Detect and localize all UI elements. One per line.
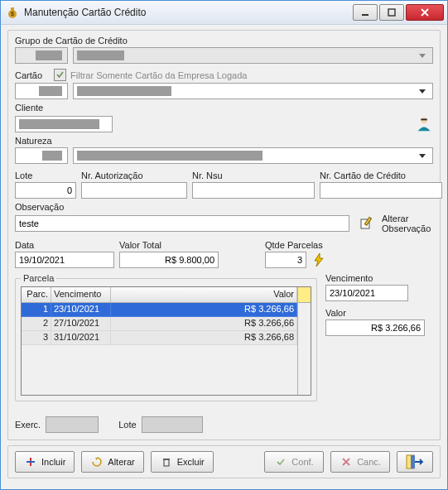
parcela-grid[interactable]: Parc. Vencimento Valor 1 23/10/2021 R$ 3… (21, 286, 311, 396)
qtde-field[interactable] (265, 252, 306, 268)
close-button[interactable] (406, 4, 444, 21)
incluir-button[interactable]: Incluir (15, 451, 75, 473)
grid-header-venc[interactable]: Vencimento (51, 287, 111, 302)
sel-valor-field[interactable] (325, 319, 425, 336)
parcela-legend: Parcela (21, 273, 56, 283)
obs-field[interactable] (15, 215, 349, 232)
nrcartao-label: Nr. Cartão de Crédito (320, 171, 442, 180)
window-title: Manutenção Cartão Crédito (24, 7, 353, 18)
chevron-down-icon[interactable] (415, 148, 429, 163)
svg-rect-4 (388, 9, 395, 16)
parcela-fieldset: Parcela Parc. Vencimento Valor 1 (15, 273, 317, 401)
table-row[interactable]: 3 31/10/2021 R$ 3.266,68 (22, 331, 297, 345)
svg-rect-3 (362, 14, 369, 16)
svg-rect-12 (163, 459, 170, 460)
svg-rect-6 (421, 119, 426, 121)
nraut-label: Nr. Autorização (81, 171, 187, 180)
obs-label: Observação (15, 202, 433, 212)
nraut-field[interactable] (81, 182, 187, 199)
svg-text:$: $ (11, 11, 14, 17)
plus-icon (24, 455, 37, 468)
sel-venc-label: Vencimento (325, 273, 433, 283)
app-icon: $ (6, 6, 19, 19)
natureza-desc[interactable] (73, 147, 433, 164)
filtrar-label: Filtrar Somente Cartão da Empresa Logada (70, 70, 247, 80)
grupo-label: Grupo de Cartão de Crédito (15, 36, 433, 46)
confirm-button: Conf. (264, 451, 324, 473)
bolt-icon[interactable] (313, 252, 325, 267)
grid-header-valor[interactable]: Valor (111, 287, 297, 302)
nrnsu-field[interactable] (192, 182, 315, 199)
valortotal-field[interactable] (119, 252, 219, 268)
trash-icon (160, 455, 173, 468)
cartao-desc[interactable] (73, 83, 433, 99)
grid-header-parc[interactable]: Parc. (22, 287, 51, 302)
grupo-desc (73, 47, 433, 64)
lote-field[interactable] (15, 182, 76, 199)
main-window: $ Manutenção Cartão Crédito Grupo de Car… (0, 0, 448, 490)
exit-button[interactable] (397, 451, 433, 473)
button-bar: Incluir Alterar Excluir Conf. (7, 445, 441, 478)
footer-lote-field (142, 416, 203, 433)
cliente-label: Cliente (15, 103, 433, 113)
cartao-label: Cartão (15, 70, 42, 80)
qtde-label: Qtde Parcelas (265, 240, 356, 250)
form-frame: Grupo de Cartão de Crédito Cartão Filtra (7, 30, 441, 440)
refresh-icon (90, 455, 104, 468)
maximize-button[interactable] (379, 4, 404, 21)
table-row[interactable]: 2 27/10/2021 R$ 3.266,66 (22, 317, 297, 331)
grid-scrollbar[interactable] (297, 287, 311, 395)
data-label: Data (15, 240, 114, 250)
exerc-label: Exerc. (15, 420, 41, 430)
svg-point-5 (421, 117, 427, 123)
valortotal-label: Valor Total (119, 240, 219, 250)
svg-rect-10 (26, 461, 35, 463)
filtrar-checkbox: Filtrar Somente Cartão da Empresa Logada (54, 69, 247, 81)
exit-icon (406, 454, 424, 470)
cliente-field[interactable] (15, 116, 113, 132)
chevron-down-icon (415, 48, 429, 63)
alterar-obs-link[interactable]: Alterar Observação (382, 214, 433, 233)
titlebar[interactable]: $ Manutenção Cartão Crédito (1, 1, 447, 25)
sel-valor-label: Valor (325, 308, 433, 318)
footer-lote-label: Lote (118, 420, 136, 430)
nrnsu-label: Nr. Nsu (192, 171, 315, 180)
grupo-code (15, 47, 68, 64)
minimize-button[interactable] (353, 4, 378, 21)
client-area: Grupo de Cartão de Crédito Cartão Filtra (1, 25, 447, 489)
alterar-button[interactable]: Alterar (81, 451, 143, 473)
lote-label: Lote (15, 171, 76, 180)
cartao-code[interactable] (15, 83, 68, 99)
cliente-avatar-icon[interactable] (415, 114, 433, 132)
svg-rect-14 (411, 455, 415, 468)
chevron-down-icon[interactable] (415, 84, 429, 98)
x-icon (340, 455, 353, 468)
cancel-button: Canc. (330, 451, 390, 473)
svg-rect-11 (164, 459, 169, 466)
nrcartao-field[interactable] (320, 182, 442, 199)
exerc-field (46, 416, 99, 433)
sel-venc-field[interactable] (325, 285, 408, 301)
check-icon (274, 455, 287, 468)
data-field[interactable] (15, 252, 114, 268)
excluir-button[interactable]: Excluir (151, 451, 214, 473)
edit-obs-icon[interactable] (359, 216, 374, 231)
natureza-code[interactable] (15, 147, 68, 164)
checkbox-icon (54, 69, 66, 81)
table-row[interactable]: 1 23/10/2021 R$ 3.266,66 (22, 303, 297, 317)
natureza-label: Natureza (15, 136, 433, 146)
